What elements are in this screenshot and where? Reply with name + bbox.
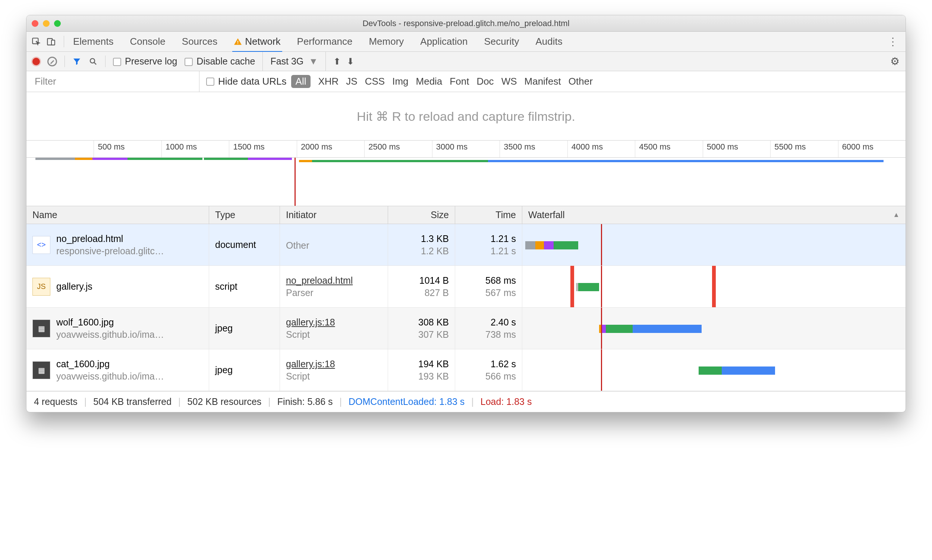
search-icon[interactable] <box>89 57 98 66</box>
ruler-tick: 4500 ms <box>635 140 702 157</box>
col-initiator[interactable]: Initiator <box>280 206 388 224</box>
filter-type-other[interactable]: Other <box>569 76 593 87</box>
filmstrip-hint-text: Hit ⌘ R to reload and capture filmstrip. <box>357 109 575 124</box>
col-time[interactable]: Time <box>455 206 522 224</box>
waterfall-segment <box>633 325 701 333</box>
tab-label: Memory <box>369 36 404 47</box>
tab-security[interactable]: Security <box>483 32 521 51</box>
cell-initiator: Other <box>280 224 388 265</box>
cell-initiator: gallery.js:18Script <box>280 349 388 391</box>
table-row[interactable]: ▦wolf_1600.jpgyoavweiss.github.io/ima…jp… <box>26 308 906 349</box>
timeline-segment <box>75 158 92 160</box>
ruler-tick: 2000 ms <box>297 140 364 157</box>
tab-label: Network <box>245 36 280 47</box>
ruler-tick: 6000 ms <box>838 140 906 157</box>
download-har-icon[interactable]: ⬇ <box>347 56 354 67</box>
hide-data-urls-checkbox[interactable]: Hide data URLs <box>206 76 287 87</box>
cell-waterfall <box>522 224 906 265</box>
ruler-tick: 3500 ms <box>500 140 567 157</box>
timeline-segment <box>312 160 488 162</box>
ruler-tick: 1500 ms <box>229 140 296 157</box>
load-marker <box>601 349 602 391</box>
initiator-link[interactable]: gallery.js:18 <box>286 317 382 328</box>
col-type[interactable]: Type <box>209 206 280 224</box>
device-toolbar-icon[interactable] <box>44 34 58 49</box>
waterfall-segment <box>722 366 775 375</box>
cell-size: 308 KB307 KB <box>388 308 455 349</box>
status-load: Load: 1.83 s <box>481 396 532 407</box>
initiator-link[interactable]: gallery.js:18 <box>286 358 382 369</box>
cell-time: 2.40 s738 ms <box>455 308 522 349</box>
timeline-ruler[interactable]: 500 ms1000 ms1500 ms2000 ms2500 ms3000 m… <box>26 140 906 158</box>
ruler-tick: 2500 ms <box>364 140 432 157</box>
filter-input[interactable] <box>28 71 200 92</box>
filter-type-xhr[interactable]: XHR <box>318 76 338 87</box>
svg-point-5 <box>90 58 95 63</box>
cell-time: 568 ms567 ms <box>455 266 522 307</box>
filter-icon[interactable] <box>72 57 81 66</box>
tab-performance[interactable]: Performance <box>295 32 354 51</box>
filter-type-media[interactable]: Media <box>416 76 443 87</box>
filter-type-css[interactable]: CSS <box>365 76 385 87</box>
filter-type-js[interactable]: JS <box>346 76 357 87</box>
request-name: cat_1600.jpg <box>56 358 164 369</box>
ruler-tick: 1000 ms <box>161 140 229 157</box>
separator <box>64 36 64 48</box>
titlebar: DevTools - responsive-preload.glitch.me/… <box>26 15 906 32</box>
disable-cache-checkbox[interactable]: Disable cache <box>185 56 255 67</box>
tab-application[interactable]: Application <box>419 32 469 51</box>
waterfall-segment <box>554 241 573 249</box>
table-header: Name Type Initiator Size Time Waterfall … <box>26 206 906 224</box>
col-size[interactable]: Size <box>388 206 455 224</box>
record-button[interactable] <box>32 58 40 65</box>
kebab-menu-icon[interactable]: ⋮ <box>883 35 903 48</box>
timeline-overview[interactable] <box>26 158 906 206</box>
waterfall-segment <box>544 241 554 249</box>
cell-type: jpeg <box>209 308 280 349</box>
filter-type-manifest[interactable]: Manifest <box>524 76 561 87</box>
filter-type-img[interactable]: Img <box>392 76 408 87</box>
timeline-segment <box>35 158 75 160</box>
request-name: wolf_1600.jpg <box>56 317 164 328</box>
status-bar: 4 requests| 504 KB transferred| 502 KB r… <box>26 391 906 412</box>
svg-rect-3 <box>237 41 238 43</box>
clear-button[interactable] <box>47 57 57 66</box>
waterfall-segment <box>699 366 722 375</box>
table-row[interactable]: <>no_preload.htmlresponsive-preload.glit… <box>26 224 906 266</box>
timeline-segment <box>488 160 884 162</box>
initiator-link[interactable]: no_preload.html <box>286 275 382 286</box>
timeline-segment <box>248 158 292 160</box>
waterfall-segment <box>573 241 578 249</box>
col-waterfall[interactable]: Waterfall ▲ <box>522 206 906 224</box>
waterfall-segment <box>606 325 633 333</box>
tab-audits[interactable]: Audits <box>534 32 564 51</box>
tab-network[interactable]: Network <box>232 32 282 52</box>
timeline-segment <box>204 158 248 160</box>
waterfall-segment <box>525 241 535 249</box>
tab-console[interactable]: Console <box>128 32 167 51</box>
sort-asc-icon: ▲ <box>893 211 900 219</box>
filter-type-font[interactable]: Font <box>450 76 469 87</box>
load-marker <box>601 224 602 265</box>
throttling-select[interactable]: Fast 3G ▼ <box>263 52 326 71</box>
timeline-segment <box>299 160 312 162</box>
table-row[interactable]: JSgallery.jsscriptno_preload.htmlParser1… <box>26 266 906 308</box>
preserve-log-checkbox[interactable]: Preserve log <box>113 56 177 67</box>
filter-type-ws[interactable]: WS <box>501 76 517 87</box>
upload-har-icon[interactable]: ⬆ <box>333 56 341 67</box>
filter-type-doc[interactable]: Doc <box>477 76 494 87</box>
table-row[interactable]: ▦cat_1600.jpgyoavweiss.github.io/ima…jpe… <box>26 349 906 391</box>
inspect-element-icon[interactable] <box>29 34 44 49</box>
ruler-tick: 5000 ms <box>703 140 770 157</box>
settings-icon[interactable]: ⚙ <box>890 55 900 68</box>
filmstrip-hint: Hit ⌘ R to reload and capture filmstrip. <box>26 92 906 140</box>
col-name[interactable]: Name <box>26 206 209 224</box>
filter-type-all[interactable]: All <box>291 75 311 88</box>
tab-sources[interactable]: Sources <box>180 32 219 51</box>
throttling-value: Fast 3G <box>270 56 303 67</box>
tab-elements[interactable]: Elements <box>72 32 115 51</box>
request-domain: yoavweiss.github.io/ima… <box>56 329 164 340</box>
cell-name: JSgallery.js <box>26 266 209 307</box>
tab-memory[interactable]: Memory <box>367 32 405 51</box>
tab-label: Sources <box>182 36 217 47</box>
